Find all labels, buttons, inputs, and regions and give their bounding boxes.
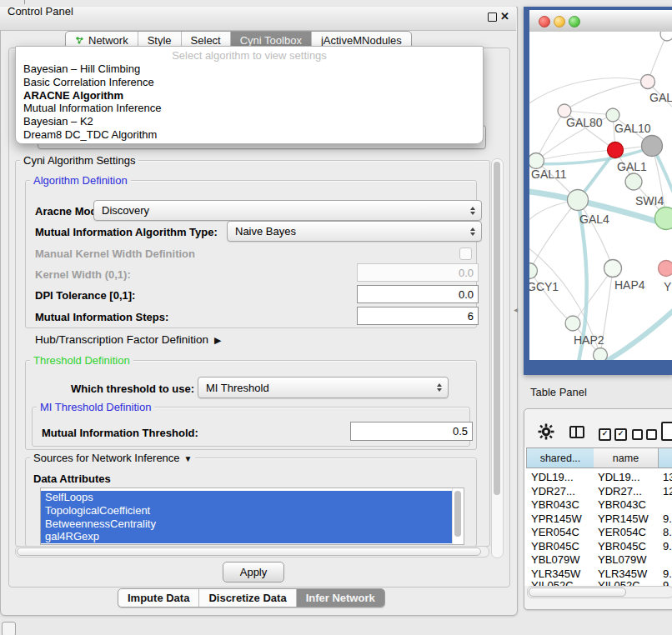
- cyni-settings-legend: Cyni Algorithm Settings: [20, 154, 138, 167]
- network-node-label: Y: [664, 280, 672, 293]
- tab-infer-network[interactable]: Infer Network: [296, 589, 384, 607]
- mi-steps-field[interactable]: 6: [357, 307, 479, 325]
- unselect-all-columns-icon[interactable]: [632, 429, 657, 440]
- threshold-definition-legend: Threshold Definition: [30, 354, 133, 367]
- data-attributes-list: SelfLoops TopologicalCoefficient Between…: [40, 488, 464, 545]
- table-horizontal-scrollbar[interactable]: [527, 586, 672, 598]
- network-node-label: GAL: [649, 91, 672, 104]
- minimize-window-icon[interactable]: [554, 16, 565, 28]
- control-panel-title: Control Panel: [8, 5, 73, 18]
- close-panel-icon[interactable]: [500, 10, 509, 22]
- network-node-HAP4[interactable]: [604, 260, 622, 278]
- network-edge: [529, 78, 648, 107]
- mi-steps-value: 6: [468, 310, 474, 322]
- network-node-label: GAL80: [566, 116, 603, 129]
- split-columns-icon[interactable]: [569, 426, 584, 438]
- float-panel-icon[interactable]: [488, 12, 497, 22]
- network-node-GAL11[interactable]: [529, 153, 544, 169]
- column-header-shared[interactable]: shared...: [526, 448, 594, 468]
- mi-threshold-field[interactable]: 0.5: [350, 422, 473, 441]
- network-node-label: GAL4: [579, 212, 609, 226]
- close-window-icon[interactable]: [539, 16, 550, 28]
- column-header-name[interactable]: name: [594, 448, 659, 468]
- network-edge: [529, 271, 573, 323]
- popup-item[interactable]: Bayesian – Hill Climbing: [16, 62, 483, 76]
- network-node[interactable]: [660, 32, 672, 41]
- network-node-label: GAL11: [531, 168, 567, 181]
- tab-label: Impute Data: [128, 589, 189, 607]
- kernel-width-field[interactable]: 0.0: [357, 263, 479, 282]
- kernel-width-value: 0.0: [459, 267, 474, 279]
- dpi-tolerance-value: 0.0: [459, 288, 474, 301]
- settings-horizontal-scrollbar[interactable]: [15, 546, 489, 558]
- popup-item-selected[interactable]: ARACNE Algorithm: [16, 89, 483, 102]
- table-panel-window: shared... name YDL19... YDL19... 13 YDR2…: [524, 408, 672, 610]
- which-threshold-value: MI Threshold: [206, 382, 269, 394]
- manual-kernel-checkbox[interactable]: [459, 248, 472, 260]
- table-row[interactable]: YBR045C YBR045C 9.: [524, 540, 672, 554]
- settings-gear-icon[interactable]: [538, 423, 554, 440]
- mi-type-combobox[interactable]: Naive Bayes: [227, 221, 482, 242]
- popup-placeholder: Select algorithm to view settings: [16, 47, 483, 62]
- dpi-tolerance-field[interactable]: 0.0: [357, 285, 479, 303]
- network-node-GCY1[interactable]: [529, 263, 538, 279]
- popup-item[interactable]: Mutual Information Inference: [16, 102, 483, 115]
- list-item[interactable]: TopologicalCoefficient: [41, 504, 453, 518]
- popup-item[interactable]: Basic Correlation Inference: [16, 76, 483, 89]
- network-node-GAL10[interactable]: [606, 108, 619, 122]
- table-panel-title: Table Panel: [530, 386, 587, 398]
- network-node-GAL[interactable]: [641, 75, 655, 89]
- tab-discretize-data[interactable]: Discretize Data: [198, 589, 295, 607]
- mi-threshold-legend: MI Threshold Definition: [37, 401, 154, 413]
- list-item[interactable]: SelfLoops: [41, 491, 453, 504]
- table-row[interactable]: YER054C YER054C 8.: [524, 526, 672, 540]
- table-row[interactable]: YDR27... YDR27... 12: [524, 485, 672, 499]
- network-icon: [75, 36, 84, 45]
- network-node-SWI4[interactable]: [625, 173, 642, 190]
- network-node-GAL1[interactable]: [608, 142, 624, 158]
- network-node-label: GCY1: [529, 280, 559, 293]
- network-canvas[interactable]: GALGAL80GAL10GAL1GAL11SWI4GAL4GCY1HAP4YH…: [529, 32, 672, 360]
- list-scrollbar[interactable]: [452, 488, 464, 544]
- document-icon[interactable]: [661, 422, 672, 441]
- network-node-GAL4[interactable]: [568, 190, 589, 211]
- table-row[interactable]: YBL079W YBL079W: [524, 553, 672, 568]
- table-row[interactable]: YDL19... YDL19... 13: [524, 471, 672, 485]
- select-all-columns-icon[interactable]: [599, 428, 627, 441]
- popup-item[interactable]: Bayesian – K2: [16, 115, 483, 128]
- zoom-window-icon[interactable]: [569, 16, 580, 28]
- aracne-mode-value: Discovery: [102, 204, 149, 217]
- network-edge: [529, 200, 578, 271]
- network-node[interactable]: [594, 348, 608, 361]
- network-node-label: GAL10: [614, 122, 651, 135]
- tab-label: Infer Network: [306, 589, 375, 607]
- network-node-label: SWI4: [635, 194, 664, 208]
- minimized-panel-icon[interactable]: [2, 622, 16, 635]
- mi-threshold-value: 0.5: [453, 425, 468, 438]
- top-divider-tick: [24, 0, 25, 4]
- aracne-mode-combobox[interactable]: Discovery: [93, 200, 482, 221]
- stepper-arrows-icon: [470, 207, 475, 215]
- network-node[interactable]: [655, 208, 672, 230]
- network-edge: [564, 82, 648, 111]
- stepper-arrows-icon: [470, 228, 475, 236]
- sources-disclosure[interactable]: Sources for Network Inference: [30, 452, 195, 464]
- table-row[interactable]: YBR043C YBR043C: [524, 498, 672, 512]
- network-node-HAP2[interactable]: [565, 316, 580, 331]
- settings-vertical-scrollbar[interactable]: [491, 158, 504, 558]
- popup-item[interactable]: Dream8 DC_TDC Algorithm: [16, 128, 483, 142]
- list-item[interactable]: BetweennessCentrality: [41, 518, 453, 531]
- which-threshold-combobox[interactable]: MI Threshold: [198, 377, 449, 398]
- bottom-tabstrip: Impute Data Discretize Data Infer Networ…: [118, 588, 385, 608]
- panel-splitter-arrow[interactable]: [514, 305, 518, 314]
- list-item[interactable]: gal4RGexp: [41, 530, 453, 543]
- table-row[interactable]: YPR145W YPR145W 9.: [524, 512, 672, 527]
- apply-button[interactable]: Apply: [223, 562, 284, 582]
- network-window-titlebar[interactable]: [529, 10, 672, 32]
- network-node[interactable]: [642, 136, 663, 157]
- tab-label: Discretize Data: [208, 589, 286, 607]
- tab-impute-data[interactable]: Impute Data: [118, 589, 198, 607]
- column-header-partial[interactable]: [659, 448, 672, 468]
- mi-type-value: Naive Bayes: [235, 225, 296, 238]
- network-node-Y[interactable]: [659, 261, 672, 277]
